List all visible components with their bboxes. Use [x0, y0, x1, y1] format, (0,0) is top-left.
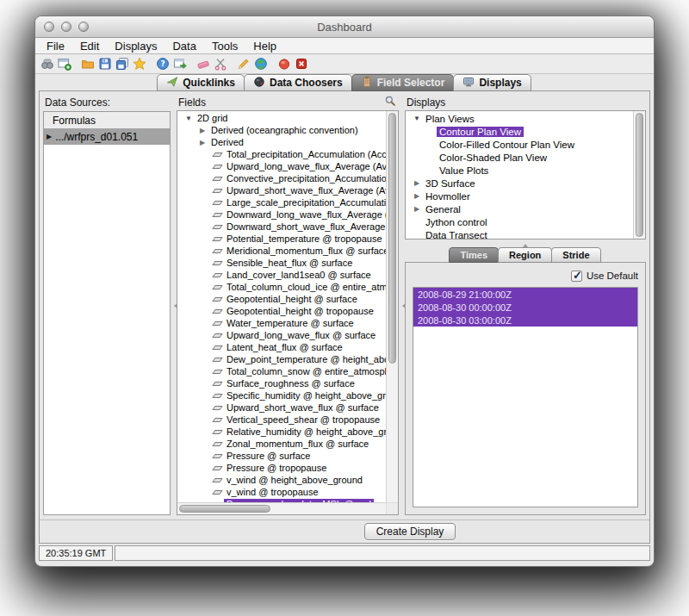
displays-splitter[interactable]: [405, 240, 646, 247]
tree-item[interactable]: Downward_long_wave_flux_Average (Average…: [177, 208, 386, 221]
data-source-item[interactable]: ▶.../wrfprs_d01.051: [44, 128, 170, 145]
edit-pencil-icon[interactable]: [236, 56, 251, 72]
tree-item[interactable]: Vertical_speed_shear @ tropopause: [177, 414, 386, 426]
globe-icon[interactable]: [253, 56, 269, 72]
menu-tools[interactable]: Tools: [204, 40, 245, 53]
zoom-button[interactable]: [78, 22, 89, 32]
menu-edit[interactable]: Edit: [72, 40, 107, 53]
time-item[interactable]: 2008-08-29 21:00:00Z: [413, 288, 637, 301]
tree-item[interactable]: Land_cover_land1sea0 @ surface: [177, 269, 386, 281]
tree-item[interactable]: Geopotential_height @ tropopause: [177, 305, 386, 317]
tree-item[interactable]: ▶Derived (oceangraphic convention): [177, 124, 386, 136]
tree-item[interactable]: Large_scale_precipitation_Accumulation (…: [177, 196, 386, 208]
tree-collapsed-icon[interactable]: ▶: [411, 192, 423, 200]
record-icon[interactable]: [276, 56, 292, 72]
tree-item[interactable]: Color-Shaded Plan View: [406, 151, 633, 164]
tree-item[interactable]: Pressure @ tropopause: [177, 462, 386, 474]
tree-item[interactable]: Potential_temperature @ tropopause: [177, 233, 386, 245]
tree-item[interactable]: Color-Filled Contour Plan View: [406, 138, 633, 151]
stop-icon[interactable]: [294, 56, 309, 72]
tree-collapsed-icon[interactable]: ▶: [411, 205, 423, 213]
tree-item[interactable]: Sensible_heat_flux @ surface: [177, 257, 386, 269]
eraser-icon[interactable]: [196, 56, 211, 72]
tree-item[interactable]: Total_precipitation_Accumulation (Accumu…: [177, 148, 386, 160]
subset-tab-times[interactable]: Times: [449, 247, 499, 263]
menu-data[interactable]: Data: [164, 40, 203, 53]
tree-item[interactable]: Contour Plan View: [406, 125, 633, 138]
tree-item[interactable]: v_wind @ height_above_ground: [177, 474, 386, 486]
tree-expanded-icon[interactable]: ▼: [411, 115, 423, 122]
tree-item[interactable]: Jython control: [406, 215, 633, 228]
subset-tab-region[interactable]: Region: [498, 247, 552, 263]
save-icon[interactable]: [97, 56, 113, 72]
tree-item[interactable]: Upward_long_wave_flux_Average (Average f…: [177, 160, 386, 172]
left-splitter[interactable]: [171, 96, 177, 515]
data-source-item[interactable]: Formulas: [44, 112, 170, 128]
binoculars-icon[interactable]: [40, 56, 55, 72]
use-default-checkbox[interactable]: [571, 271, 582, 282]
fields-horizontal-scrollbar-thumb[interactable]: [179, 505, 270, 513]
times-list[interactable]: 2008-08-29 21:00:00Z2008-08-30 00:00:00Z…: [413, 287, 638, 507]
tree-item[interactable]: Total_column_cloud_ice @ entire_atmosphe…: [177, 281, 386, 293]
displays-vertical-scrollbar[interactable]: [633, 111, 645, 239]
tree-item[interactable]: Surface_roughness @ surface: [177, 377, 386, 389]
tree-expanded-icon[interactable]: ▼: [183, 115, 195, 122]
tree-item[interactable]: Water_temperature @ surface: [177, 317, 386, 329]
tree-item[interactable]: Latent_heat_flux @ surface: [177, 341, 386, 353]
tree-item[interactable]: Pressure @ surface: [177, 450, 386, 462]
menu-help[interactable]: Help: [245, 40, 284, 53]
tree-item[interactable]: Meridional_momentum_flux @ surface: [177, 245, 386, 257]
search-icon[interactable]: [384, 95, 396, 110]
close-button[interactable]: [44, 22, 54, 32]
tree-collapsed-icon[interactable]: ▶: [196, 127, 208, 134]
tree-item[interactable]: ▶General: [406, 202, 633, 215]
menu-file[interactable]: File: [39, 40, 72, 53]
displays-vertical-scrollbar-thumb[interactable]: [636, 113, 643, 237]
create-display-button[interactable]: Create Display: [364, 523, 456, 540]
minimize-button[interactable]: [61, 22, 71, 32]
time-item[interactable]: 2008-08-30 03:00:00Z: [413, 314, 637, 327]
save-as-icon[interactable]: [115, 56, 130, 72]
tab-quicklinks[interactable]: Quicklinks: [157, 74, 245, 91]
tree-item[interactable]: Upward_short_wave_flux @ surface: [177, 401, 386, 414]
tree-item[interactable]: Convective_precipitation_Accumulation (A…: [177, 172, 386, 184]
tree-item[interactable]: ▶Derived: [177, 136, 386, 148]
tab-data-choosers[interactable]: Data Choosers: [244, 74, 352, 91]
center-splitter[interactable]: [399, 96, 405, 515]
time-item[interactable]: 2008-08-30 00:00:00Z: [413, 301, 637, 314]
help-icon[interactable]: ?: [155, 56, 171, 72]
fields-horizontal-scrollbar[interactable]: [177, 502, 386, 514]
tree-collapsed-icon[interactable]: ▶: [411, 179, 423, 187]
fields-tree[interactable]: ▼2D grid▶Derived (oceangraphic conventio…: [177, 112, 386, 502]
tree-item[interactable]: Zonal_momentum_flux @ surface: [177, 438, 386, 450]
tree-item[interactable]: Upward_short_wave_flux_Average (Average …: [177, 184, 386, 196]
tree-item[interactable]: ▼2D grid: [177, 112, 386, 124]
title-bar[interactable]: Dashboard: [35, 16, 654, 38]
data-sources-list[interactable]: Formulas▶.../wrfprs_d01.051: [43, 111, 171, 515]
cut-icon[interactable]: [213, 56, 228, 72]
tree-item[interactable]: Downward_short_wave_flux_Average (Averag…: [177, 221, 386, 233]
expand-arrow-icon[interactable]: ▶: [47, 133, 52, 140]
fields-vertical-scrollbar-thumb[interactable]: [388, 113, 396, 364]
tree-item[interactable]: Specific_humidity @ height_above_ground: [177, 389, 386, 401]
tree-item[interactable]: Relative_humidity @ height_above_ground: [177, 426, 386, 438]
displays-tree[interactable]: ▼Plan ViewsContour Plan ViewColor-Filled…: [406, 112, 633, 239]
menu-displays[interactable]: Displays: [107, 40, 164, 53]
tab-displays[interactable]: Displays: [453, 74, 531, 91]
new-window-icon[interactable]: [57, 56, 72, 72]
subset-tab-stride[interactable]: Stride: [551, 247, 600, 263]
tree-item[interactable]: ▼Plan Views: [406, 112, 633, 125]
tree-item[interactable]: Total_column_snow @ entire_atmosphere: [177, 365, 386, 377]
fields-vertical-scrollbar[interactable]: [386, 111, 398, 502]
tab-field-selector[interactable]: Field Selector: [351, 74, 455, 91]
open-folder-icon[interactable]: [80, 56, 96, 72]
tree-item[interactable]: Upward_long_wave_flux @ surface: [177, 329, 386, 341]
import-icon[interactable]: [172, 56, 188, 72]
tree-item[interactable]: Dew_point_temperature @ height_above_gro…: [177, 353, 386, 365]
favorites-star-icon[interactable]: [132, 56, 147, 72]
tree-item[interactable]: Data Transect: [406, 228, 633, 239]
tree-item[interactable]: ▶3D Surface: [406, 177, 633, 190]
tree-collapsed-icon[interactable]: ▶: [196, 139, 208, 146]
tree-item[interactable]: v_wind @ tropopause: [177, 486, 386, 498]
tree-item[interactable]: ▶Hovmoller: [406, 190, 633, 202]
